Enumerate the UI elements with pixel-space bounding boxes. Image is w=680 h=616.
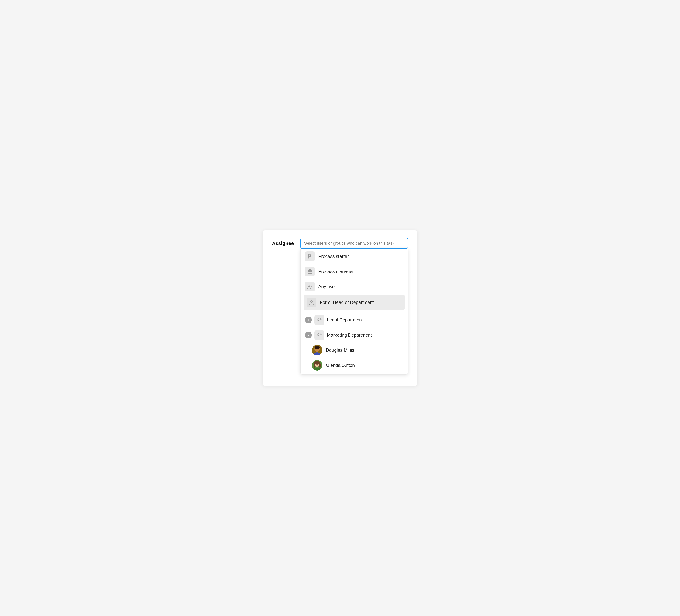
process-starter-item[interactable]: Process starter xyxy=(301,249,408,264)
assignee-input-area: Process starter Process manager xyxy=(300,238,408,375)
svg-point-15 xyxy=(318,349,318,349)
svg-point-2 xyxy=(311,285,312,286)
douglas-avatar xyxy=(312,345,322,355)
legal-department-item[interactable]: Legal Department xyxy=(301,313,408,327)
main-container: Assignee Process starter xyxy=(262,230,418,386)
svg-point-3 xyxy=(311,300,313,303)
briefcase-icon xyxy=(305,267,315,276)
glenda-sutton-item[interactable]: Glenda Sutton xyxy=(301,358,408,374)
glenda-sutton-label: Glenda Sutton xyxy=(326,363,355,368)
any-user-label: Any user xyxy=(318,284,336,289)
marketing-department-label: Marketing Department xyxy=(327,332,372,338)
svg-marker-4 xyxy=(308,319,309,321)
form-head-label: Form: Head of Department xyxy=(320,300,374,305)
svg-point-5 xyxy=(317,318,319,320)
assignee-row: Assignee Process starter xyxy=(272,238,408,375)
svg-marker-7 xyxy=(308,334,309,336)
marketing-expand-icon[interactable] xyxy=(305,332,312,339)
any-user-item[interactable]: Any user xyxy=(301,279,408,294)
svg-point-18 xyxy=(314,361,320,364)
assignee-dropdown: Process starter Process manager xyxy=(300,249,408,375)
svg-point-22 xyxy=(316,363,317,364)
marketing-group-icon xyxy=(314,330,324,340)
svg-point-6 xyxy=(320,319,321,320)
form-head-item[interactable]: Form: Head of Department xyxy=(304,295,405,310)
assignee-input[interactable] xyxy=(300,238,408,249)
svg-point-9 xyxy=(320,333,321,335)
svg-rect-0 xyxy=(308,270,312,273)
legal-expand-icon[interactable] xyxy=(305,317,312,323)
flag-icon xyxy=(305,252,315,261)
svg-point-1 xyxy=(308,285,310,287)
assignee-label: Assignee xyxy=(272,238,296,246)
legal-group-icon xyxy=(314,315,324,325)
marketing-department-item[interactable]: Marketing Department xyxy=(301,327,408,343)
svg-point-19 xyxy=(314,363,315,368)
svg-point-14 xyxy=(316,349,317,349)
process-manager-label: Process manager xyxy=(318,269,354,274)
svg-point-8 xyxy=(317,333,319,335)
legal-department-label: Legal Department xyxy=(327,317,363,323)
process-starter-label: Process starter xyxy=(318,254,349,259)
svg-point-13 xyxy=(315,346,320,349)
glenda-avatar xyxy=(312,360,322,371)
process-manager-item[interactable]: Process manager xyxy=(301,264,408,279)
svg-point-23 xyxy=(318,363,318,364)
person-icon xyxy=(307,297,316,307)
group-icon-any xyxy=(305,282,315,292)
douglas-miles-label: Douglas Miles xyxy=(326,348,355,353)
douglas-miles-item[interactable]: Douglas Miles xyxy=(301,343,408,358)
svg-point-20 xyxy=(319,363,321,368)
